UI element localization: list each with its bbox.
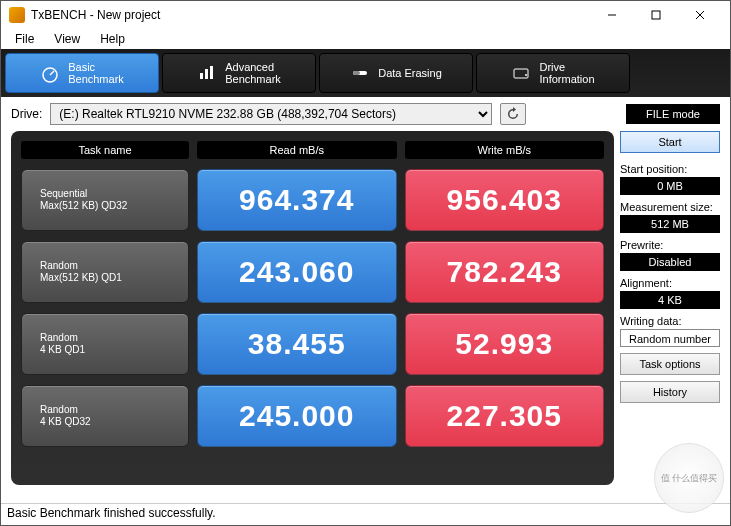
measurement-size-label: Measurement size: [620,201,720,213]
window-title: TxBENCH - New project [31,8,590,22]
close-button[interactable] [678,1,722,29]
write-value: 52.993 [405,313,605,375]
writing-data-value[interactable]: Random number [620,329,720,347]
file-mode-indicator: FILE mode [626,104,720,124]
task-name-cell[interactable]: Random 4 KB QD32 [21,385,189,447]
header-write: Write mB/s [405,141,605,159]
read-value: 243.060 [197,241,397,303]
refresh-button[interactable] [500,103,526,125]
erase-icon [350,63,370,83]
read-value: 964.374 [197,169,397,231]
task-line1: Random [40,260,188,272]
tab-bar: Basic Benchmark Advanced Benchmark Data … [1,49,730,97]
svg-rect-11 [514,69,528,78]
svg-rect-7 [205,69,208,79]
history-button[interactable]: History [620,381,720,403]
app-icon [9,7,25,23]
result-row: Random 4 KB QD32 245.000 227.305 [21,385,604,447]
start-position-value[interactable]: 0 MB [620,177,720,195]
task-name-cell[interactable]: Random Max(512 KB) QD1 [21,241,189,303]
svg-point-12 [525,74,527,76]
tab-label: Basic Benchmark [68,61,124,85]
result-row: Random Max(512 KB) QD1 243.060 782.243 [21,241,604,303]
svg-rect-8 [210,66,213,79]
header-task: Task name [21,141,189,159]
drive-icon [511,63,531,83]
start-position-label: Start position: [620,163,720,175]
minimize-button[interactable] [590,1,634,29]
tab-drive-information[interactable]: Drive Information [476,53,630,93]
maximize-button[interactable] [634,1,678,29]
refresh-icon [506,107,520,121]
task-line1: Sequential [40,188,188,200]
task-line2: Max(512 KB) QD1 [40,272,188,284]
tab-advanced-benchmark[interactable]: Advanced Benchmark [162,53,316,93]
task-line2: 4 KB QD32 [40,416,188,428]
svg-line-5 [50,71,54,75]
tab-data-erasing[interactable]: Data Erasing [319,53,473,93]
menu-file[interactable]: File [7,30,42,48]
menu-bar: File View Help [1,29,730,49]
result-row: Random 4 KB QD1 38.455 52.993 [21,313,604,375]
drive-label: Drive: [11,107,42,121]
alignment-label: Alignment: [620,277,720,289]
window-buttons [590,1,722,29]
task-line1: Random [40,332,188,344]
side-panel: Start Start position: 0 MB Measurement s… [620,131,720,485]
svg-rect-1 [652,11,660,19]
menu-view[interactable]: View [46,30,88,48]
menu-help[interactable]: Help [92,30,133,48]
header-row: Task name Read mB/s Write mB/s [21,141,604,159]
drive-select[interactable]: (E:) Realtek RTL9210 NVME 232.88 GB (488… [50,103,492,125]
writing-data-label: Writing data: [620,315,720,327]
tab-basic-benchmark[interactable]: Basic Benchmark [5,53,159,93]
write-value: 956.403 [405,169,605,231]
watermark: 值 什么值得买 [654,443,724,513]
task-name-cell[interactable]: Random 4 KB QD1 [21,313,189,375]
prewrite-value[interactable]: Disabled [620,253,720,271]
status-bar: Basic Benchmark finished successfully. [1,503,730,525]
bar-chart-icon [197,63,217,83]
start-button[interactable]: Start [620,131,720,153]
result-row: Sequential Max(512 KB) QD32 964.374 956.… [21,169,604,231]
task-options-button[interactable]: Task options [620,353,720,375]
tab-label: Drive Information [539,61,594,85]
task-line2: 4 KB QD1 [40,344,188,356]
alignment-value[interactable]: 4 KB [620,291,720,309]
write-value: 227.305 [405,385,605,447]
task-line2: Max(512 KB) QD32 [40,200,188,212]
title-bar: TxBENCH - New project [1,1,730,29]
read-value: 38.455 [197,313,397,375]
tab-label: Data Erasing [378,67,442,79]
read-value: 245.000 [197,385,397,447]
header-read: Read mB/s [197,141,397,159]
tab-label: Advanced Benchmark [225,61,281,85]
task-name-cell[interactable]: Sequential Max(512 KB) QD32 [21,169,189,231]
measurement-size-value[interactable]: 512 MB [620,215,720,233]
benchmark-panel: Task name Read mB/s Write mB/s Sequentia… [11,131,614,485]
write-value: 782.243 [405,241,605,303]
svg-rect-10 [353,71,360,75]
gauge-icon [40,63,60,83]
svg-rect-6 [200,73,203,79]
task-line1: Random [40,404,188,416]
prewrite-label: Prewrite: [620,239,720,251]
drive-selector-row: Drive: (E:) Realtek RTL9210 NVME 232.88 … [1,97,730,131]
